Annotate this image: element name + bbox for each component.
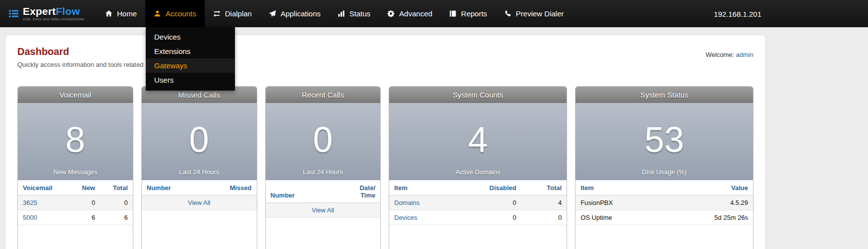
brand-name-accent: Flow <box>56 5 80 17</box>
card-title: Recent Calls <box>266 87 381 103</box>
nav-item-home[interactable]: Home <box>97 0 145 27</box>
row-label-cell: FusionPBX <box>576 196 663 210</box>
value-cell: 0 <box>100 196 133 210</box>
column-header: Total <box>100 180 133 196</box>
card-table: ItemValueFusionPBX4.5.29OS Uptime5d 25m … <box>576 180 753 225</box>
gear-icon <box>387 10 395 17</box>
row-label-cell: OS Uptime <box>576 210 663 225</box>
table-row: 500066 <box>18 210 133 225</box>
welcome-line: Welcome: admin <box>705 46 753 58</box>
row-link[interactable]: 3625 <box>23 199 37 206</box>
card-number-label: Last 24 Hours <box>266 168 381 176</box>
row-label-cell: 3625 <box>18 196 70 210</box>
column-header: Value <box>663 180 753 196</box>
card-recent-calls: Recent Calls0Last 24 HoursNumberDate/ Ti… <box>265 86 381 249</box>
server-ip: 192.168.1.201 <box>714 9 761 18</box>
nav-item-preview-dialer[interactable]: Preview Dialer <box>496 0 573 27</box>
table-row: Devices00 <box>389 210 567 225</box>
card-hero: 53Disk Usage (%) <box>576 103 753 180</box>
column-header: New <box>70 180 100 196</box>
card-big-number: 0 <box>189 122 209 157</box>
view-all-cell: View All <box>142 196 257 210</box>
accounts-menu-item-devices[interactable]: Devices <box>146 30 235 44</box>
nav-item-advanced[interactable]: Advanced <box>379 0 441 27</box>
column-header: Date/ Time <box>331 180 380 203</box>
view-all-link[interactable]: View All <box>188 199 210 206</box>
send-icon <box>269 10 276 17</box>
row-label-cell: Devices <box>389 210 454 225</box>
row-link[interactable]: Domains <box>394 199 419 206</box>
nav-item-label: Home <box>117 9 137 18</box>
main-nav: HomeAccountsDialplanApplicationsStatusAd… <box>97 0 572 27</box>
table-header-row: ItemDisabledTotal <box>389 180 567 196</box>
chart-icon <box>338 10 345 17</box>
view-all-link[interactable]: View All <box>312 206 334 214</box>
view-all-row: View All <box>266 203 381 218</box>
page-subtitle: Quickly access information and tools rel… <box>17 61 143 68</box>
table-row: Domains04 <box>389 196 567 210</box>
book-icon <box>449 10 457 17</box>
dashboard-cards: Voicemail8New MessagesVoicemailNewTotal3… <box>17 86 753 249</box>
nav-item-reports[interactable]: Reports <box>441 0 496 27</box>
nav-item-dialplan[interactable]: Dialplan <box>205 0 260 27</box>
transfer-icon <box>213 10 221 17</box>
accounts-menu-item-extensions[interactable]: Extensions <box>146 44 235 58</box>
brand-logo[interactable]: ExpertFlow chat, voice and video contact… <box>0 0 97 27</box>
card-table: NumberMissedView All <box>142 180 257 210</box>
table-header-row: VoicemailNewTotal <box>18 180 133 196</box>
nav-item-label: Advanced <box>399 9 432 18</box>
value-cell: 4.5.29 <box>663 196 753 210</box>
welcome-user-link[interactable]: admin <box>736 51 753 58</box>
nav-item-label: Accounts <box>166 9 196 18</box>
brand-text: ExpertFlow chat, voice and video contact… <box>23 6 85 21</box>
table-row: OS Uptime5d 25m 26s <box>576 210 753 225</box>
accounts-menu-item-users[interactable]: Users <box>146 73 235 87</box>
card-number-label: Disk Usage (%) <box>576 168 753 176</box>
card-title: System Status <box>576 87 753 103</box>
value-cell: 5d 25m 26s <box>663 210 753 225</box>
brand-tagline: chat, voice and video contactcenter <box>23 17 85 21</box>
column-header: Item <box>389 180 454 196</box>
value-cell: 4 <box>521 196 567 210</box>
row-link[interactable]: 5000 <box>23 214 37 221</box>
column-header: Number <box>266 180 331 203</box>
card-big-number: 4 <box>468 122 488 157</box>
nav-item-label: Preview Dialer <box>516 9 564 18</box>
brand-name-bold: Expert <box>23 5 56 17</box>
view-all-cell: View All <box>266 203 381 218</box>
value-cell: 6 <box>100 210 133 225</box>
card-hero: 4Active Domains <box>389 103 567 180</box>
table-header-row: NumberMissed <box>142 180 257 196</box>
table-header-row: ItemValue <box>576 180 753 196</box>
card-table: NumberDate/ TimeView All <box>266 180 381 218</box>
row-link[interactable]: Devices <box>394 214 417 221</box>
column-header: Missed <box>201 180 257 196</box>
page-header: Dashboard Quickly access information and… <box>17 46 753 68</box>
card-table: ItemDisabledTotalDomains04Devices00 <box>389 180 567 225</box>
row-label-cell: Domains <box>389 196 454 210</box>
card-big-number: 0 <box>313 122 333 157</box>
column-header: Voicemail <box>18 180 70 196</box>
nav-item-label: Reports <box>461 9 487 18</box>
accounts-menu-item-gateways[interactable]: Gateways <box>146 58 235 73</box>
page-title: Dashboard <box>17 46 143 57</box>
column-header: Number <box>142 180 201 196</box>
card-big-number: 8 <box>65 122 85 157</box>
nav-item-label: Status <box>349 9 371 18</box>
card-system-status: System Status53Disk Usage (%)ItemValueFu… <box>575 86 753 249</box>
nav-item-status[interactable]: Status <box>329 0 379 27</box>
value-cell: 0 <box>454 196 521 210</box>
view-all-row: View All <box>142 196 257 210</box>
value-cell: 0 <box>454 210 521 225</box>
brand-logo-icon <box>9 9 18 18</box>
user-icon <box>154 10 161 17</box>
card-table: VoicemailNewTotal362500500066 <box>18 180 133 225</box>
page: ExpertFlow chat, voice and video contact… <box>0 0 868 249</box>
card-number-label: New Messages <box>18 168 133 176</box>
nav-item-applications[interactable]: Applications <box>260 0 329 27</box>
card-system-counts: System Counts4Active DomainsItemDisabled… <box>389 86 567 249</box>
row-label-cell: 5000 <box>18 210 70 225</box>
card-number-label: Active Domains <box>389 168 567 176</box>
content-panel: Dashboard Quickly access information and… <box>5 35 766 249</box>
nav-item-accounts[interactable]: Accounts <box>145 0 205 27</box>
